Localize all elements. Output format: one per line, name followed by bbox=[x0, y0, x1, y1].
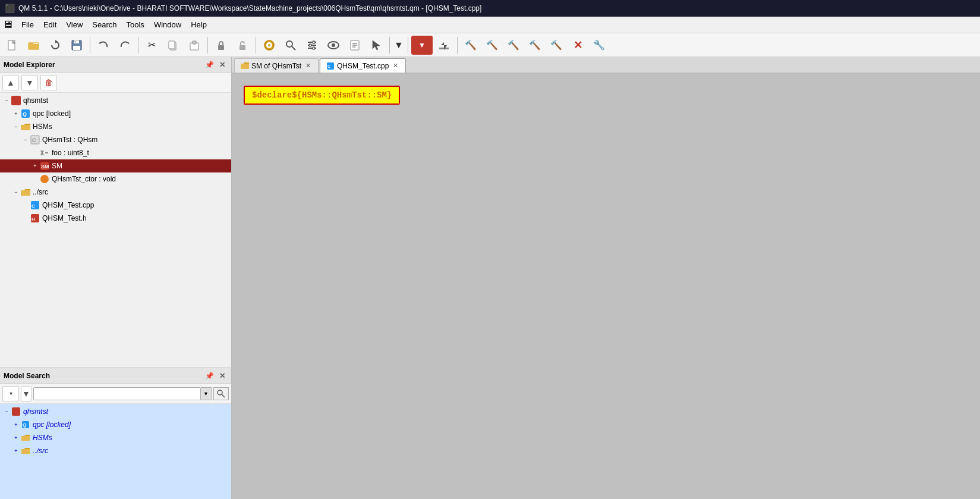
svg-rect-4 bbox=[29, 44, 39, 49]
redo-button[interactable] bbox=[115, 36, 135, 55]
toggle-sm[interactable]: + bbox=[31, 162, 39, 170]
svg-line-20 bbox=[292, 46, 295, 50]
tree-down-button[interactable]: ▼ bbox=[21, 75, 38, 90]
tree-view: − qhsmtst + Q qpc [locked] bbox=[0, 93, 231, 368]
cut-button[interactable]: ✂ bbox=[141, 36, 162, 55]
tab-sm-qhsmtst[interactable]: SM of QHsmTst ✕ bbox=[234, 58, 319, 73]
tree-node-sm[interactable]: + SM SM bbox=[0, 159, 231, 172]
search-node-qpc[interactable]: + Q qpc [locked] bbox=[0, 418, 231, 431]
tab-sm-close[interactable]: ✕ bbox=[304, 62, 312, 70]
tab-cpp-close[interactable]: ✕ bbox=[391, 62, 399, 70]
toggle-src[interactable]: − bbox=[12, 188, 20, 196]
lock-button[interactable] bbox=[211, 36, 231, 55]
tree-node-qhsmtst-class[interactable]: − C QHsmTst : QHsm bbox=[0, 133, 231, 146]
search-toggle-src[interactable]: + bbox=[12, 447, 20, 455]
doc-button[interactable] bbox=[345, 36, 365, 55]
search-panel-header-actions: 📌 ✕ bbox=[204, 371, 228, 381]
tree-node-ctor[interactable]: QHsmTst_ctor : void bbox=[0, 172, 231, 186]
tab-cpp-label: QHSM_Test.cpp bbox=[337, 62, 389, 70]
tree-node-src[interactable]: − ../src bbox=[0, 186, 231, 199]
tree-node-hsms[interactable]: − HSMs bbox=[0, 120, 231, 133]
toggle-hsms[interactable]: − bbox=[12, 123, 20, 131]
target-button[interactable] bbox=[259, 36, 279, 55]
cursor-button[interactable] bbox=[366, 36, 386, 55]
svg-rect-15 bbox=[240, 45, 245, 50]
tree-node-qhsmtst[interactable]: − qhsmtst bbox=[0, 94, 231, 107]
node-label-qpc: qpc [locked] bbox=[33, 109, 71, 118]
hammer2-button[interactable]: 🔨 bbox=[482, 36, 502, 55]
tree-node-cpp[interactable]: C QHSM_Test.cpp bbox=[0, 199, 231, 212]
menu-item-tools[interactable]: Tools bbox=[122, 18, 149, 31]
search-folder-icon-src bbox=[20, 445, 31, 456]
menu-item-window[interactable]: Window bbox=[149, 18, 186, 31]
undo-button[interactable] bbox=[93, 36, 114, 55]
svg-point-47 bbox=[218, 390, 222, 395]
search-type-button[interactable]: ▼ bbox=[21, 386, 31, 401]
model-search-header: Model Search 📌 ✕ bbox=[0, 368, 231, 384]
new-button[interactable] bbox=[2, 36, 23, 55]
tree-toolbar: ▲ ▼ 🗑 bbox=[0, 73, 231, 93]
dropdown-button[interactable]: ▼ bbox=[393, 36, 405, 55]
search-project-icon bbox=[11, 406, 21, 417]
search-node-hsms[interactable]: + HSMs bbox=[0, 431, 231, 444]
sep-1 bbox=[90, 37, 90, 54]
search-input-dropdown[interactable]: ▼ bbox=[201, 387, 212, 400]
search-node-src[interactable]: + ../src bbox=[0, 444, 231, 457]
deploy-button[interactable] bbox=[434, 36, 454, 55]
menu-item-edit[interactable]: Edit bbox=[39, 18, 61, 31]
search-close-button[interactable]: ✕ bbox=[217, 371, 228, 381]
node-label-qhsmtst: qhsmtst bbox=[23, 96, 48, 105]
cpp-icon: C bbox=[30, 200, 40, 211]
open-button[interactable] bbox=[24, 36, 44, 55]
model-explorer: Model Explorer 📌 ✕ ▲ ▼ 🗑 − bbox=[0, 57, 231, 368]
menu-item-file[interactable]: File bbox=[17, 18, 39, 31]
title-icon: ⬛ bbox=[5, 4, 15, 13]
tree-delete-button[interactable]: 🗑 bbox=[40, 75, 57, 90]
search-node-label-src: ../src bbox=[33, 447, 48, 455]
menu-item-view[interactable]: View bbox=[61, 18, 87, 31]
search-toggle-hsms[interactable]: + bbox=[12, 434, 20, 442]
search-input[interactable] bbox=[33, 387, 201, 400]
copy-button[interactable] bbox=[163, 36, 183, 55]
search-tree: − qhsmtst + Q qpc [locked] bbox=[0, 404, 231, 499]
tree-node-h[interactable]: H QHSM_Test.h bbox=[0, 212, 231, 225]
hammer5-button[interactable]: 🔨 bbox=[546, 36, 566, 55]
paste-button[interactable] bbox=[184, 36, 204, 55]
search-pin-button[interactable]: 📌 bbox=[204, 371, 215, 381]
code-content[interactable]: $declare${HSMs::QHsmTst::SM} bbox=[244, 86, 400, 105]
reload-button[interactable] bbox=[45, 36, 65, 55]
tree-node-foo[interactable]: foo : uint8_t bbox=[0, 146, 231, 159]
search-toggle-qhsmtst[interactable]: − bbox=[2, 407, 11, 416]
unlock-button[interactable] bbox=[232, 36, 253, 55]
adjust-button[interactable] bbox=[302, 36, 322, 55]
close-panel-button[interactable]: ✕ bbox=[217, 59, 228, 70]
view-button[interactable] bbox=[323, 36, 344, 55]
toggle-qhsmtst-class[interactable]: − bbox=[21, 136, 30, 144]
save-button[interactable] bbox=[67, 36, 87, 55]
gpl-button[interactable]: ▼ bbox=[411, 36, 433, 55]
settings3-button[interactable]: 🔧 bbox=[589, 36, 609, 55]
hammer3-button[interactable]: 🔨 bbox=[503, 36, 524, 55]
toggle-qpc[interactable]: + bbox=[12, 109, 20, 118]
title-text: QM 5.1.1 - C:\Users\nieki\OneDrive - BHA… bbox=[18, 4, 481, 12]
menu-item-search[interactable]: Search bbox=[87, 18, 121, 31]
search-qpc-icon: Q bbox=[20, 419, 31, 430]
hammer1-button[interactable]: 🔨 bbox=[461, 36, 481, 55]
search-go-button[interactable] bbox=[213, 387, 229, 400]
tab-cpp-file[interactable]: C QHSM_Test.cpp ✕ bbox=[320, 58, 406, 73]
toggle-qhsmtst[interactable]: − bbox=[2, 96, 11, 105]
hammer4-button[interactable]: 🔨 bbox=[525, 36, 545, 55]
svg-point-19 bbox=[286, 41, 292, 47]
editor-content: $declare${HSMs::QHsmTst::SM} bbox=[232, 74, 980, 499]
search-collapse-button[interactable]: ▾ bbox=[2, 386, 19, 401]
search-button[interactable] bbox=[281, 36, 301, 55]
pin-button[interactable]: 📌 bbox=[204, 59, 215, 70]
search-node-qhsmtst[interactable]: − qhsmtst bbox=[0, 405, 231, 418]
cancel-build-button[interactable]: ✕ bbox=[568, 36, 588, 55]
tree-node-qpc[interactable]: + Q qpc [locked] bbox=[0, 107, 231, 120]
tree-up-button[interactable]: ▲ bbox=[2, 75, 19, 90]
menu-item-help[interactable]: Help bbox=[186, 18, 212, 31]
svg-line-48 bbox=[222, 394, 225, 397]
search-toggle-qpc[interactable]: + bbox=[12, 420, 20, 429]
menu-icon: 🖥 bbox=[2, 18, 13, 31]
